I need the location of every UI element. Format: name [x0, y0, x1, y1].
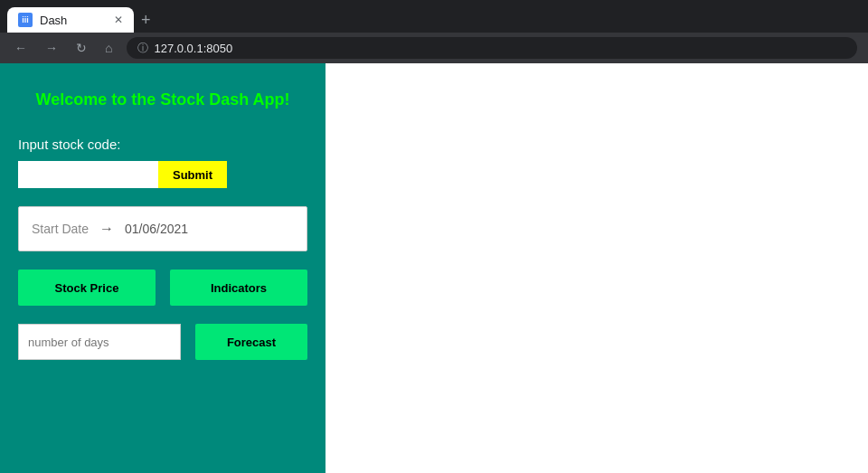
app-container: Welcome to the Stock Dash App! Input sto…	[0, 63, 868, 473]
date-picker[interactable]: Start Date → 01/06/2021	[18, 206, 307, 251]
home-button[interactable]: ⌂	[101, 37, 116, 59]
tab-label: Dash	[40, 14, 67, 27]
active-tab[interactable]: iii Dash ✕	[7, 7, 134, 33]
refresh-button[interactable]: ↻	[72, 37, 90, 59]
dash-icon: iii	[18, 13, 33, 27]
input-section: Input stock code: Submit	[18, 137, 307, 188]
forward-button[interactable]: →	[42, 37, 61, 59]
stock-price-button[interactable]: Stock Price	[18, 270, 156, 306]
stock-code-label: Input stock code:	[18, 137, 307, 152]
new-tab-button[interactable]: +	[141, 11, 151, 30]
stock-input-row: Submit	[18, 161, 307, 188]
forecast-row: Forecast	[18, 324, 307, 360]
forecast-button[interactable]: Forecast	[195, 324, 307, 360]
submit-button[interactable]: Submit	[158, 161, 227, 188]
info-icon: ⓘ	[137, 41, 148, 56]
address-bar[interactable]: ⓘ 127.0.0.1:8050	[127, 37, 857, 59]
welcome-heading: Welcome to the Stock Dash App!	[18, 90, 307, 109]
button-row: Stock Price Indicators	[18, 270, 307, 306]
indicators-button[interactable]: Indicators	[170, 270, 307, 306]
date-arrow-icon: →	[99, 221, 114, 237]
url-text: 127.0.0.1:8050	[154, 42, 232, 55]
nav-bar: ← → ↻ ⌂ ⓘ 127.0.0.1:8050	[0, 33, 868, 63]
start-date-label: Start Date	[32, 222, 89, 236]
tab-close-icon[interactable]: ✕	[114, 14, 123, 26]
main-content	[326, 63, 868, 473]
stock-code-input[interactable]	[18, 161, 158, 188]
date-value: 01/06/2021	[125, 222, 188, 236]
tab-bar: iii Dash ✕ +	[0, 0, 868, 33]
browser-chrome: iii Dash ✕ + ← → ↻ ⌂ ⓘ 127.0.0.1:8050	[0, 0, 868, 63]
days-input[interactable]	[18, 324, 181, 360]
back-button[interactable]: ←	[11, 37, 31, 59]
sidebar: Welcome to the Stock Dash App! Input sto…	[0, 63, 326, 473]
